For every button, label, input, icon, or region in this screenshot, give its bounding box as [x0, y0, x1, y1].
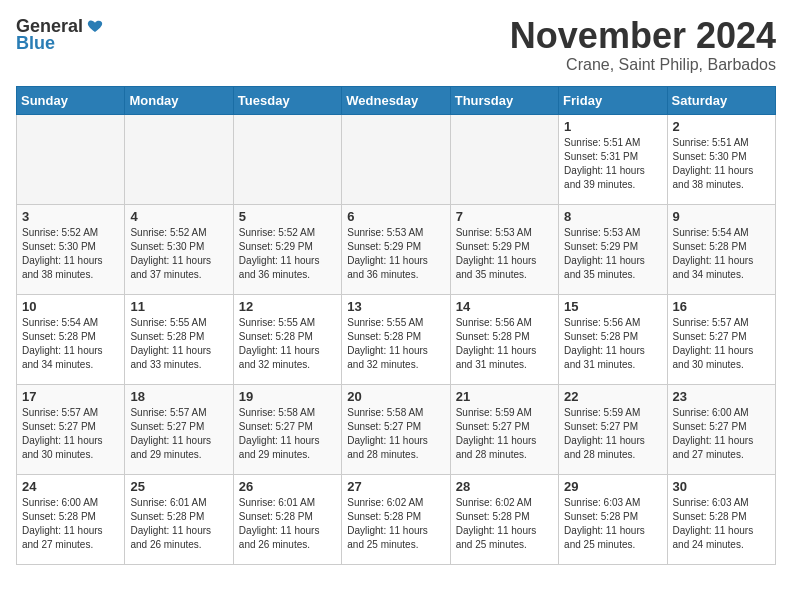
day-number: 1	[564, 119, 661, 134]
day-info: Sunrise: 5:55 AM Sunset: 5:28 PM Dayligh…	[347, 316, 444, 372]
calendar-cell: 18Sunrise: 5:57 AM Sunset: 5:27 PM Dayli…	[125, 384, 233, 474]
day-number: 16	[673, 299, 770, 314]
calendar-cell: 16Sunrise: 5:57 AM Sunset: 5:27 PM Dayli…	[667, 294, 775, 384]
day-info: Sunrise: 5:51 AM Sunset: 5:30 PM Dayligh…	[673, 136, 770, 192]
day-number: 28	[456, 479, 553, 494]
day-number: 30	[673, 479, 770, 494]
calendar-cell: 12Sunrise: 5:55 AM Sunset: 5:28 PM Dayli…	[233, 294, 341, 384]
day-number: 13	[347, 299, 444, 314]
day-info: Sunrise: 6:03 AM Sunset: 5:28 PM Dayligh…	[564, 496, 661, 552]
week-row-3: 10Sunrise: 5:54 AM Sunset: 5:28 PM Dayli…	[17, 294, 776, 384]
calendar-cell: 10Sunrise: 5:54 AM Sunset: 5:28 PM Dayli…	[17, 294, 125, 384]
page-header: General Blue November 2024 Crane, Saint …	[16, 16, 776, 74]
day-number: 8	[564, 209, 661, 224]
calendar-cell	[17, 114, 125, 204]
calendar-cell: 27Sunrise: 6:02 AM Sunset: 5:28 PM Dayli…	[342, 474, 450, 564]
week-row-4: 17Sunrise: 5:57 AM Sunset: 5:27 PM Dayli…	[17, 384, 776, 474]
weekday-header-wednesday: Wednesday	[342, 86, 450, 114]
day-number: 3	[22, 209, 119, 224]
day-info: Sunrise: 6:00 AM Sunset: 5:28 PM Dayligh…	[22, 496, 119, 552]
day-number: 2	[673, 119, 770, 134]
day-number: 14	[456, 299, 553, 314]
calendar-cell: 9Sunrise: 5:54 AM Sunset: 5:28 PM Daylig…	[667, 204, 775, 294]
day-info: Sunrise: 6:02 AM Sunset: 5:28 PM Dayligh…	[456, 496, 553, 552]
day-info: Sunrise: 6:03 AM Sunset: 5:28 PM Dayligh…	[673, 496, 770, 552]
month-title: November 2024	[510, 16, 776, 56]
day-number: 26	[239, 479, 336, 494]
calendar-cell: 21Sunrise: 5:59 AM Sunset: 5:27 PM Dayli…	[450, 384, 558, 474]
day-info: Sunrise: 5:52 AM Sunset: 5:30 PM Dayligh…	[130, 226, 227, 282]
calendar-cell: 26Sunrise: 6:01 AM Sunset: 5:28 PM Dayli…	[233, 474, 341, 564]
calendar-cell: 17Sunrise: 5:57 AM Sunset: 5:27 PM Dayli…	[17, 384, 125, 474]
day-number: 5	[239, 209, 336, 224]
day-number: 27	[347, 479, 444, 494]
day-info: Sunrise: 5:59 AM Sunset: 5:27 PM Dayligh…	[564, 406, 661, 462]
calendar-cell: 6Sunrise: 5:53 AM Sunset: 5:29 PM Daylig…	[342, 204, 450, 294]
day-info: Sunrise: 6:00 AM Sunset: 5:27 PM Dayligh…	[673, 406, 770, 462]
calendar-cell: 8Sunrise: 5:53 AM Sunset: 5:29 PM Daylig…	[559, 204, 667, 294]
calendar-cell	[233, 114, 341, 204]
logo-bird-icon	[85, 17, 105, 37]
day-info: Sunrise: 6:01 AM Sunset: 5:28 PM Dayligh…	[239, 496, 336, 552]
day-info: Sunrise: 5:56 AM Sunset: 5:28 PM Dayligh…	[564, 316, 661, 372]
day-number: 15	[564, 299, 661, 314]
location-subtitle: Crane, Saint Philip, Barbados	[510, 56, 776, 74]
day-info: Sunrise: 5:51 AM Sunset: 5:31 PM Dayligh…	[564, 136, 661, 192]
logo: General Blue	[16, 16, 105, 54]
week-row-5: 24Sunrise: 6:00 AM Sunset: 5:28 PM Dayli…	[17, 474, 776, 564]
calendar-cell: 23Sunrise: 6:00 AM Sunset: 5:27 PM Dayli…	[667, 384, 775, 474]
calendar-cell	[450, 114, 558, 204]
day-info: Sunrise: 5:57 AM Sunset: 5:27 PM Dayligh…	[22, 406, 119, 462]
day-number: 29	[564, 479, 661, 494]
weekday-header-friday: Friday	[559, 86, 667, 114]
day-number: 6	[347, 209, 444, 224]
day-info: Sunrise: 5:52 AM Sunset: 5:29 PM Dayligh…	[239, 226, 336, 282]
logo-blue-text: Blue	[16, 33, 55, 54]
calendar-table: SundayMondayTuesdayWednesdayThursdayFrid…	[16, 86, 776, 565]
calendar-cell: 29Sunrise: 6:03 AM Sunset: 5:28 PM Dayli…	[559, 474, 667, 564]
calendar-cell	[125, 114, 233, 204]
day-number: 11	[130, 299, 227, 314]
calendar-cell: 13Sunrise: 5:55 AM Sunset: 5:28 PM Dayli…	[342, 294, 450, 384]
calendar-cell: 3Sunrise: 5:52 AM Sunset: 5:30 PM Daylig…	[17, 204, 125, 294]
day-info: Sunrise: 5:59 AM Sunset: 5:27 PM Dayligh…	[456, 406, 553, 462]
day-info: Sunrise: 5:54 AM Sunset: 5:28 PM Dayligh…	[22, 316, 119, 372]
day-number: 18	[130, 389, 227, 404]
day-info: Sunrise: 5:54 AM Sunset: 5:28 PM Dayligh…	[673, 226, 770, 282]
calendar-cell: 24Sunrise: 6:00 AM Sunset: 5:28 PM Dayli…	[17, 474, 125, 564]
weekday-header-tuesday: Tuesday	[233, 86, 341, 114]
day-number: 17	[22, 389, 119, 404]
calendar-cell: 22Sunrise: 5:59 AM Sunset: 5:27 PM Dayli…	[559, 384, 667, 474]
calendar-cell: 2Sunrise: 5:51 AM Sunset: 5:30 PM Daylig…	[667, 114, 775, 204]
week-row-2: 3Sunrise: 5:52 AM Sunset: 5:30 PM Daylig…	[17, 204, 776, 294]
weekday-header-monday: Monday	[125, 86, 233, 114]
calendar-cell: 30Sunrise: 6:03 AM Sunset: 5:28 PM Dayli…	[667, 474, 775, 564]
weekday-header-thursday: Thursday	[450, 86, 558, 114]
day-info: Sunrise: 5:57 AM Sunset: 5:27 PM Dayligh…	[673, 316, 770, 372]
day-info: Sunrise: 5:57 AM Sunset: 5:27 PM Dayligh…	[130, 406, 227, 462]
day-info: Sunrise: 5:58 AM Sunset: 5:27 PM Dayligh…	[347, 406, 444, 462]
day-info: Sunrise: 5:52 AM Sunset: 5:30 PM Dayligh…	[22, 226, 119, 282]
day-number: 19	[239, 389, 336, 404]
calendar-cell: 5Sunrise: 5:52 AM Sunset: 5:29 PM Daylig…	[233, 204, 341, 294]
title-block: November 2024 Crane, Saint Philip, Barba…	[510, 16, 776, 74]
day-number: 22	[564, 389, 661, 404]
day-number: 4	[130, 209, 227, 224]
week-row-1: 1Sunrise: 5:51 AM Sunset: 5:31 PM Daylig…	[17, 114, 776, 204]
day-info: Sunrise: 5:53 AM Sunset: 5:29 PM Dayligh…	[456, 226, 553, 282]
day-info: Sunrise: 5:55 AM Sunset: 5:28 PM Dayligh…	[130, 316, 227, 372]
weekday-header-sunday: Sunday	[17, 86, 125, 114]
day-info: Sunrise: 6:01 AM Sunset: 5:28 PM Dayligh…	[130, 496, 227, 552]
weekday-header-row: SundayMondayTuesdayWednesdayThursdayFrid…	[17, 86, 776, 114]
calendar-cell: 14Sunrise: 5:56 AM Sunset: 5:28 PM Dayli…	[450, 294, 558, 384]
day-info: Sunrise: 5:53 AM Sunset: 5:29 PM Dayligh…	[564, 226, 661, 282]
day-info: Sunrise: 5:58 AM Sunset: 5:27 PM Dayligh…	[239, 406, 336, 462]
calendar-cell: 1Sunrise: 5:51 AM Sunset: 5:31 PM Daylig…	[559, 114, 667, 204]
calendar-cell: 28Sunrise: 6:02 AM Sunset: 5:28 PM Dayli…	[450, 474, 558, 564]
day-number: 9	[673, 209, 770, 224]
calendar-cell: 7Sunrise: 5:53 AM Sunset: 5:29 PM Daylig…	[450, 204, 558, 294]
calendar-cell: 20Sunrise: 5:58 AM Sunset: 5:27 PM Dayli…	[342, 384, 450, 474]
day-number: 20	[347, 389, 444, 404]
day-number: 25	[130, 479, 227, 494]
calendar-cell: 11Sunrise: 5:55 AM Sunset: 5:28 PM Dayli…	[125, 294, 233, 384]
